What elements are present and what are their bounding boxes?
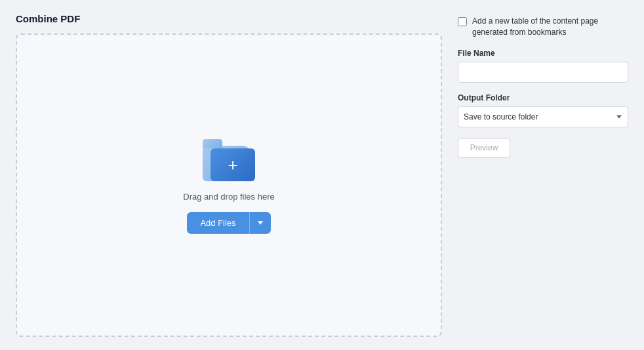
output-folder-group: Output Folder Save to source folder Choo…	[458, 93, 628, 127]
table-of-content-row: Add a new table of the content page gene…	[458, 16, 628, 38]
drop-zone: + Drag and drop files here Add Files	[16, 33, 442, 337]
table-of-content-label: Add a new table of the content page gene…	[472, 16, 628, 38]
folder-plus-icon: +	[203, 137, 255, 181]
output-folder-select[interactable]: Save to source folder Choose folder...	[458, 106, 628, 127]
table-of-content-checkbox[interactable]	[458, 17, 467, 26]
left-panel: Combine PDF + Drag and drop files here A…	[16, 13, 442, 337]
folder-front: +	[211, 148, 255, 181]
output-folder-label: Output Folder	[458, 93, 628, 102]
plus-sign: +	[228, 156, 237, 173]
right-panel: Add a new table of the content page gene…	[458, 13, 628, 337]
add-files-button-group: Add Files	[187, 212, 270, 234]
file-name-input[interactable]	[458, 62, 628, 83]
drag-drop-text: Drag and drop files here	[183, 192, 274, 202]
chevron-down-icon	[258, 221, 263, 225]
add-files-dropdown-button[interactable]	[250, 212, 271, 234]
file-name-group: File Name	[458, 49, 628, 83]
file-name-label: File Name	[458, 49, 628, 58]
page-title: Combine PDF	[16, 13, 442, 24]
preview-button[interactable]: Preview	[458, 138, 510, 158]
main-container: Combine PDF + Drag and drop files here A…	[0, 0, 644, 350]
add-files-button[interactable]: Add Files	[187, 212, 249, 234]
output-folder-select-wrapper: Save to source folder Choose folder...	[458, 106, 628, 127]
